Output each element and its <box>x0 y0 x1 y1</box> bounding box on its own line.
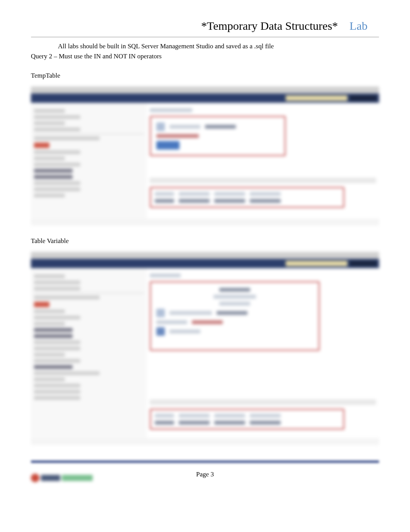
screenshot-tablevariable <box>31 252 379 445</box>
query-description: Query 2 – Must use the IN and NOT IN ope… <box>31 53 379 60</box>
footer-rule <box>31 461 379 463</box>
header-underline <box>31 36 379 38</box>
note-text: All labs should be built in SQL Server M… <box>58 42 274 50</box>
page-number: Page 3 <box>196 471 214 478</box>
screenshot-temptable <box>31 87 379 226</box>
page-title-main: *Temporary Data Structures* <box>201 19 338 32</box>
footer-logo <box>31 474 93 482</box>
section-temptable-label: TempTable <box>31 72 379 80</box>
section-tablevariable-label: Table Variable <box>31 237 379 245</box>
page-title-lab: Lab <box>349 19 368 32</box>
